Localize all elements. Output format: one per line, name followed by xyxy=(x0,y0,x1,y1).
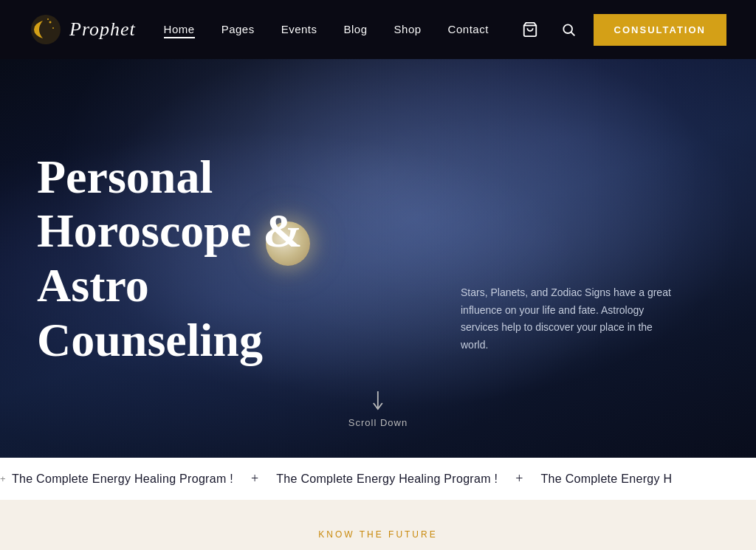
nav-item-home[interactable]: Home xyxy=(164,23,195,36)
hero-section: Personal Horoscope & Astro Counseling St… xyxy=(0,59,756,458)
search-button[interactable] xyxy=(555,16,582,43)
nav-item-pages[interactable]: Pages xyxy=(221,23,255,36)
hero-title: Personal Horoscope & Astro Counseling xyxy=(37,150,347,367)
section-label: KNOW THE FUTURE xyxy=(0,529,756,540)
nav-link-contact[interactable]: Contact xyxy=(448,23,489,35)
ticker-separator-1: + xyxy=(251,471,258,487)
nav-links: Home Pages Events Blog Shop Contact xyxy=(164,23,489,36)
logo[interactable]: Prophet xyxy=(30,13,136,46)
ticker-item-2: The Complete Energy H xyxy=(540,472,672,486)
ticker-separator-2: + xyxy=(515,471,523,487)
navbar: Prophet Home Pages Events Blog Shop Cont… xyxy=(0,0,756,59)
nav-item-blog[interactable]: Blog xyxy=(344,23,368,36)
cart-button[interactable] xyxy=(517,16,543,43)
svg-line-6 xyxy=(571,32,574,36)
ticker-item-0: + The Complete Energy Healing Program ! xyxy=(0,472,233,486)
ticker-inner: + The Complete Energy Healing Program ! … xyxy=(0,471,672,487)
ticker-item-1: The Complete Energy Healing Program ! xyxy=(276,472,498,486)
nav-item-shop[interactable]: Shop xyxy=(394,23,422,36)
nav-item-events[interactable]: Events xyxy=(281,23,317,36)
logo-icon xyxy=(30,13,62,46)
search-icon xyxy=(561,22,576,37)
svg-point-5 xyxy=(563,24,572,33)
ticker-bar: + The Complete Energy Healing Program ! … xyxy=(0,458,756,500)
consultation-button[interactable]: CONSULTATION xyxy=(594,14,726,46)
nav-link-pages[interactable]: Pages xyxy=(221,23,255,35)
hero-content: Personal Horoscope & Astro Counseling xyxy=(0,59,756,458)
svg-point-3 xyxy=(47,18,49,20)
nav-link-blog[interactable]: Blog xyxy=(344,23,368,35)
svg-point-2 xyxy=(52,27,54,29)
logo-text: Prophet xyxy=(69,18,136,41)
nav-link-home[interactable]: Home xyxy=(164,23,195,38)
nav-item-contact[interactable]: Contact xyxy=(448,23,489,36)
svg-point-1 xyxy=(49,21,52,24)
nav-link-shop[interactable]: Shop xyxy=(394,23,422,35)
below-section: KNOW THE FUTURE What's Your Sign? Read Y… xyxy=(0,500,756,550)
nav-right: CONSULTATION xyxy=(517,14,726,46)
nav-link-events[interactable]: Events xyxy=(281,23,317,35)
cart-icon xyxy=(522,21,538,38)
